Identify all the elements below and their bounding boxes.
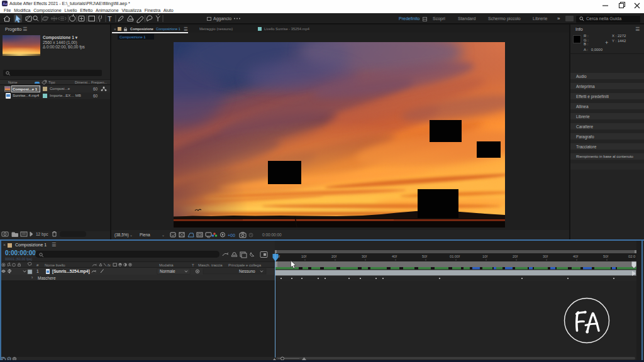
svg-text:10f: 10f [301,255,306,258]
svg-text:Normale: Normale [160,269,175,273]
svg-text:Principale e collega: Principale e collega [228,263,262,267]
svg-text:50f: 50f [422,255,427,258]
svg-text:40f: 40f [573,255,578,258]
svg-text:T: T [108,15,112,23]
svg-text:[Sunris...5254.mp4]: [Sunris...5254.mp4] [52,269,90,274]
svg-text:02:0: 02:0 [628,255,635,258]
svg-text:Modalità: Modalità [159,263,174,267]
svg-text:40f: 40f [392,255,397,258]
svg-text:12 bpc: 12 bpc [36,232,48,237]
svg-text:Masch. traccia: Masch. traccia [198,263,223,267]
svg-text:Nessuno: Nessuno [239,269,255,273]
svg-text:10f: 10f [482,255,487,258]
svg-text:20f: 20f [513,255,518,258]
svg-text:20f: 20f [331,255,336,258]
svg-text:#: # [36,263,39,267]
svg-text:30f: 30f [543,255,548,258]
svg-text:50f: 50f [603,255,608,258]
svg-text:30f: 30f [362,255,367,258]
svg-text:1: 1 [36,269,39,273]
svg-text:+00: +00 [228,233,235,238]
svg-text:01:00f: 01:00f [450,255,460,258]
svg-text:fx: fx [108,263,111,267]
svg-text:Nome livello: Nome livello [45,263,65,267]
svg-text:T: T [192,263,194,267]
